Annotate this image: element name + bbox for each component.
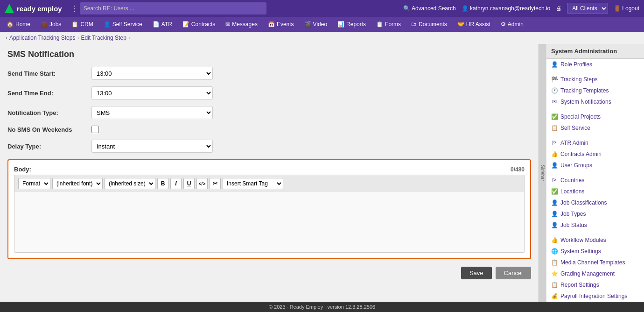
sidebar-item-system-settings[interactable]: 🌐 System Settings <box>546 246 644 257</box>
sidebar-item-special-projects[interactable]: ✅ Special Projects <box>546 111 644 122</box>
mainnav-item-forms[interactable]: 📋Forms <box>371 19 406 29</box>
smart-tag-select[interactable]: Insert Smart Tag <box>223 178 283 189</box>
sidebar-item-job-classifications[interactable]: 👤 Job Classifications <box>546 197 644 208</box>
sidebar-item-user-groups[interactable]: 👤 User Groups <box>546 160 644 171</box>
search-input[interactable] <box>80 2 266 14</box>
logout-icon: 🚪 <box>614 5 621 12</box>
advanced-search-link[interactable]: 🔍 Advanced Search <box>403 5 455 12</box>
sidebar-label-grading: Grading Management <box>560 270 615 277</box>
sidebar-item-self-service[interactable]: 📋 Self Service <box>546 122 644 134</box>
nav-icon: 📄 <box>153 21 160 28</box>
mainnav-item-jobs[interactable]: 💼Jobs <box>36 19 66 29</box>
body-label-row: Body: 0/480 <box>14 166 525 173</box>
search-wrapper: ⋮ <box>70 2 266 14</box>
eraser-button[interactable]: ✂ <box>210 178 221 189</box>
search-dots-icon[interactable]: ⋮ <box>70 4 78 13</box>
sidebar-item-media-channel[interactable]: 📋 Media Channel Templates <box>546 257 644 268</box>
footer-text: © 2023 · Ready Employ · version 12.3.28.… <box>269 304 375 310</box>
sidebar-toggle[interactable]: Sidebar <box>539 44 546 302</box>
nav-label: Self Service <box>112 21 142 28</box>
mainnav-item-documents[interactable]: 🗂Documents <box>406 19 452 29</box>
logout-link[interactable]: 🚪 Logout <box>614 5 639 12</box>
sidebar-item-grading[interactable]: ⭐ Grading Management <box>546 268 644 279</box>
sidebar-title: System Administration <box>546 44 644 59</box>
sidebar-item-locations[interactable]: ✅ Locations <box>546 186 644 197</box>
sidebar-item-workflow-modules[interactable]: 👍 Workflow Modules <box>546 234 644 246</box>
mainnav-item-self-service[interactable]: 👤Self Service <box>99 19 147 29</box>
sidebar-label-tracking-templates: Tracking Templates <box>560 87 609 94</box>
job-types-icon: 👤 <box>551 211 558 217</box>
nav-label: HR Assist <box>466 21 490 28</box>
mainnav-item-contracts[interactable]: 📝Contracts <box>178 19 220 29</box>
mainnav-item-atr[interactable]: 📄ATR <box>148 19 177 29</box>
user-link[interactable]: 👤 kathryn.cavanagh@readytech.io <box>462 5 551 12</box>
nav-label: Messages <box>232 21 258 28</box>
underline-button[interactable]: U <box>183 178 195 189</box>
nav-label: CRM <box>80 21 93 28</box>
save-button[interactable]: Save <box>461 267 492 279</box>
mainnav-item-messages[interactable]: ✉Messages <box>221 19 262 29</box>
nav-icon: 🏠 <box>7 21 14 28</box>
sidebar-label-media-channel: Media Channel Templates <box>560 259 625 266</box>
mainnav-item-video[interactable]: 🎬Video <box>300 19 332 29</box>
italic-button[interactable]: I <box>170 178 182 189</box>
delay-type-label: Delay Type: <box>7 143 91 150</box>
sidebar-label-contracts-admin: Contracts Admin <box>560 151 602 157</box>
sidebar-item-payroll-integration[interactable]: 💰 Payroll Integration Settings <box>546 291 644 302</box>
logo-icon <box>5 4 14 13</box>
sidebar-item-job-status[interactable]: 👤 Job Status <box>546 220 644 231</box>
sidebar-label-system-settings: System Settings <box>560 248 601 255</box>
nav-label: Forms <box>385 21 401 28</box>
nav-icon: 📊 <box>337 21 344 28</box>
topbar: ready employ ⋮ 🔍 Advanced Search 👤 kathr… <box>0 0 644 17</box>
no-sms-label: No SMS On Weekends <box>7 126 91 133</box>
breadcrumb-tracking-steps[interactable]: Application Tracking Steps <box>9 35 75 41</box>
sidebar-item-contracts-admin[interactable]: 👍 Contracts Admin <box>546 149 644 160</box>
sidebar-label-job-types: Job Types <box>560 211 586 217</box>
delay-type-select[interactable]: Instant Delayed <box>91 140 213 153</box>
mainnav-item-events[interactable]: 📅Events <box>263 19 299 29</box>
code-button[interactable]: </> <box>196 178 208 189</box>
font-select[interactable]: (inherited font) <box>52 178 103 189</box>
print-icon[interactable]: 🖨 <box>556 5 561 12</box>
cancel-button[interactable]: Cancel <box>496 267 531 279</box>
job-status-icon: 👤 <box>551 222 558 228</box>
send-time-start-group: Send Time Start: 13:00 <box>7 67 531 80</box>
sidebar-item-tracking-templates[interactable]: 🕐 Tracking Templates <box>546 85 644 96</box>
flag-icon: 🏁 <box>551 76 558 83</box>
sidebar-label-report-settings: Report Settings <box>560 282 599 288</box>
sidebar-label-job-status: Job Status <box>560 222 587 228</box>
size-select[interactable]: (inherited size) <box>105 178 155 189</box>
sidebar-item-role-profiles[interactable]: 👤 Role Profiles <box>546 59 644 70</box>
mainnav-item-hr-assist[interactable]: 🤝HR Assist <box>453 19 495 29</box>
mail-icon: ✉ <box>551 99 558 105</box>
notification-type-group: Notification Type: SMS Email Both <box>7 106 531 119</box>
globe-icon: 🌐 <box>551 248 558 255</box>
send-time-start-select[interactable]: 13:00 <box>91 67 213 80</box>
sidebar-item-report-settings[interactable]: 📋 Report Settings <box>546 279 644 291</box>
breadcrumb-edit-step[interactable]: Edit Tracking Step <box>81 35 126 41</box>
mainnav-item-crm[interactable]: 📋CRM <box>67 19 98 29</box>
editor-area[interactable] <box>14 192 525 253</box>
sidebar-item-atr-admin[interactable]: 🏳 ATR Admin <box>546 137 644 149</box>
sidebar-item-job-types[interactable]: 👤 Job Types <box>546 208 644 220</box>
sidebar-item-countries[interactable]: 🏳 Countries <box>546 175 644 186</box>
sidebar-item-tracking-steps[interactable]: 🏁 Tracking Steps <box>546 74 644 85</box>
send-time-end-select[interactable]: 13:00 <box>91 86 213 99</box>
no-sms-checkbox[interactable] <box>91 126 99 133</box>
nav-icon: ⚙ <box>501 21 506 28</box>
sidebar-label-system-notifications: System Notifications <box>560 99 611 105</box>
notification-type-select[interactable]: SMS Email Both <box>91 106 213 119</box>
format-select[interactable]: Format <box>18 178 50 189</box>
client-select[interactable]: All Clients <box>567 3 608 14</box>
bold-button[interactable]: B <box>157 178 168 189</box>
breadcrumb: › Application Tracking Steps › Edit Trac… <box>0 32 644 44</box>
user-icon: 👤 <box>462 5 469 12</box>
mainnav-item-reports[interactable]: 📊Reports <box>333 19 371 29</box>
main-nav: 🏠Home💼Jobs📋CRM👤Self Service📄ATR📝Contract… <box>0 17 644 32</box>
send-time-end-label: Send Time End: <box>7 90 91 97</box>
sidebar-item-system-notifications[interactable]: ✉ System Notifications <box>546 96 644 107</box>
nav-label: Home <box>15 21 30 28</box>
mainnav-item-admin[interactable]: ⚙Admin <box>496 19 528 29</box>
mainnav-item-home[interactable]: 🏠Home <box>2 19 35 29</box>
